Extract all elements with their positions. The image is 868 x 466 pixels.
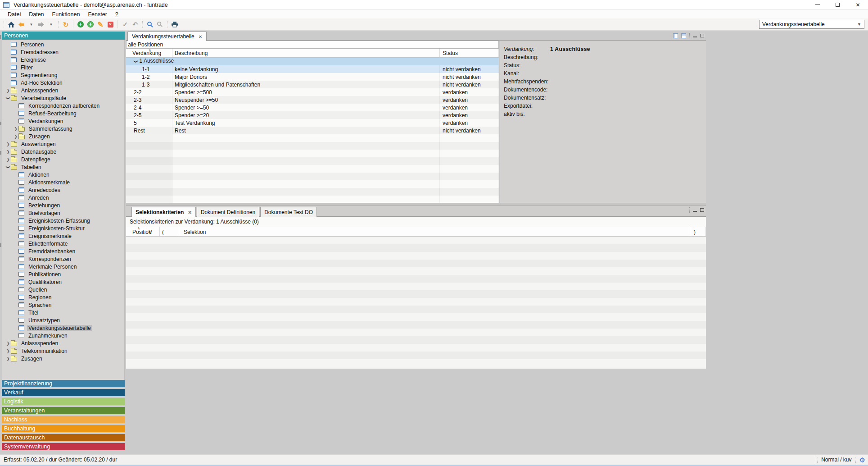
panel-maximize-icon[interactable] bbox=[700, 34, 704, 37]
tree-item-verarbeitungsl-ufe[interactable]: ❯Verarbeitungsläufe bbox=[2, 94, 124, 102]
tree-item-telekommunikation[interactable]: ❯Telekommunikation bbox=[2, 347, 124, 355]
tree-item-personen[interactable]: Personen bbox=[2, 41, 124, 48]
tree-item-anredecodes[interactable]: Anredecodes bbox=[2, 186, 124, 194]
tab-close-icon[interactable]: ✕ bbox=[188, 210, 191, 215]
tree-item-zusagen[interactable]: ❯Zusagen bbox=[2, 355, 124, 362]
panel-minimize-icon[interactable] bbox=[693, 34, 697, 37]
table-row-1-3[interactable]: 1-3Mitgliedschaften und Patenschaftennic… bbox=[126, 81, 499, 88]
search-icon[interactable] bbox=[145, 19, 154, 29]
tree-item-filter[interactable]: Filter bbox=[2, 64, 124, 71]
module-bar-veranstaltungen[interactable]: Veranstaltungen bbox=[2, 407, 125, 414]
tree-item-refus-bearbeitung[interactable]: Refusé-Bearbeitung bbox=[2, 110, 124, 117]
context-selector-dropdown[interactable]: Verdankungssteuertabelle ▼ bbox=[759, 20, 864, 29]
tree-item-ereigniskosten-struktur[interactable]: Ereigniskosten-Struktur bbox=[2, 224, 124, 232]
panel-minimize-icon[interactable] bbox=[693, 208, 697, 212]
panel-grip[interactable] bbox=[0, 35, 1, 39]
module-bar-datenaustausch[interactable]: Datenaustausch bbox=[2, 434, 125, 441]
column-header-v[interactable]: V bbox=[146, 227, 160, 236]
module-bar-verkauf[interactable]: Verkauf bbox=[2, 389, 125, 396]
tree-item-anlassspenden[interactable]: ❯Anlassspenden bbox=[2, 339, 124, 347]
panel-grip[interactable] bbox=[0, 151, 1, 155]
table-row-5[interactable]: 5Test Verdankungverdanken bbox=[126, 119, 499, 127]
tree-item-zunahmekurven[interactable]: Zunahmekurven bbox=[2, 332, 124, 339]
tree-item-datenpflege[interactable]: ❯Datenpflege bbox=[2, 155, 124, 163]
tree-item-merkmale-personen[interactable]: Merkmale Personen bbox=[2, 263, 124, 270]
tree-item-korrespondenzen[interactable]: Korrespondenzen bbox=[2, 255, 124, 263]
chevron-collapsed-icon[interactable]: ❯ bbox=[5, 341, 11, 346]
chevron-collapsed-icon[interactable]: ❯ bbox=[13, 134, 18, 139]
module-bar-projektfinanzierung[interactable]: Projektfinanzierung bbox=[2, 380, 125, 387]
column-header-col-4[interactable]: ) bbox=[690, 227, 706, 236]
tree-item-ereignisse[interactable]: Ereignisse bbox=[2, 56, 124, 64]
gear-icon[interactable]: ⚙ bbox=[859, 457, 865, 463]
maximize-button[interactable] bbox=[827, 0, 848, 9]
forward-caret-icon[interactable]: ▼ bbox=[46, 19, 55, 29]
tab-dokument-definitionen[interactable]: Dokument Definitionen bbox=[197, 207, 259, 217]
tree-item-tabellen[interactable]: ❯Tabellen bbox=[2, 163, 124, 171]
edit-icon[interactable]: ✎ bbox=[96, 19, 105, 29]
tree-item-umsatztypen[interactable]: Umsatztypen bbox=[2, 316, 124, 324]
split-panel-icon[interactable] bbox=[681, 33, 686, 38]
chevron-expanded-icon[interactable]: ❯ bbox=[6, 164, 10, 170]
tree-item-ereigniskosten-erfassung[interactable]: Ereigniskosten-Erfassung bbox=[2, 217, 124, 224]
chevron-collapsed-icon[interactable]: ❯ bbox=[5, 356, 11, 361]
menu-item-datei[interactable]: Datei bbox=[4, 10, 25, 18]
print-icon[interactable] bbox=[170, 19, 179, 29]
chevron-collapsed-icon[interactable]: ❯ bbox=[5, 142, 11, 146]
menu-item-fenster[interactable]: Fenster bbox=[84, 10, 111, 18]
tree-item-aktionsmerkmale[interactable]: Aktionsmerkmale bbox=[2, 178, 124, 186]
filter-label[interactable]: alle Positionen bbox=[126, 41, 499, 49]
tree-item-aktionen[interactable]: Aktionen bbox=[2, 171, 124, 178]
tree-item-regionen[interactable]: Regionen bbox=[2, 293, 124, 301]
table-row-2-2[interactable]: 2-2Spender >=500verdanken bbox=[126, 88, 499, 96]
table-row-rest[interactable]: RestRestnicht verdanken bbox=[126, 127, 499, 134]
confirm-icon[interactable]: ✓ bbox=[121, 19, 130, 29]
menu-item-daten[interactable]: Daten bbox=[25, 10, 48, 18]
tree-item-anlassspenden[interactable]: ❯Anlassspenden bbox=[2, 87, 124, 94]
menu-item-funktionen[interactable]: Funktionen bbox=[48, 10, 84, 18]
column-header-status[interactable]: Status bbox=[440, 49, 499, 57]
table-row-2-4[interactable]: 2-4Spender >=50verdanken bbox=[126, 104, 499, 111]
panel-maximize-icon[interactable] bbox=[700, 208, 704, 212]
tree-item-datenausgabe[interactable]: ❯Datenausgabe bbox=[2, 148, 124, 155]
table-row-1-1[interactable]: 1-1keine Verdankungnicht verdanken bbox=[126, 65, 499, 73]
tree-item-fremdadressen[interactable]: Fremdadressen bbox=[2, 48, 124, 56]
menu-item-[interactable]: ? bbox=[111, 10, 122, 18]
tree-item-briefvorlagen[interactable]: Briefvorlagen bbox=[2, 209, 124, 217]
chevron-collapsed-icon[interactable]: ❯ bbox=[5, 150, 11, 154]
back-icon[interactable] bbox=[17, 19, 26, 29]
tree-item-verdankungen[interactable]: Verdankungen bbox=[2, 117, 124, 125]
tab-selektionskriterien[interactable]: Selektionskriterien✕ bbox=[131, 207, 196, 217]
chevron-collapsed-icon[interactable]: ❯ bbox=[5, 349, 11, 353]
table-group-row-1-ausschl-sse[interactable]: ❯1 Ausschlüsse bbox=[126, 58, 499, 65]
tree-item-zusagen[interactable]: ❯Zusagen bbox=[2, 132, 124, 140]
undo-icon[interactable]: ↶ bbox=[131, 19, 140, 29]
table-row-2-3[interactable]: 2-3Neuspender >=50verdanken bbox=[126, 96, 499, 104]
tree-item-fremddatenbanken[interactable]: Fremddatenbanken bbox=[2, 247, 124, 255]
chevron-expanded-icon[interactable]: ❯ bbox=[6, 96, 10, 101]
add-special-icon[interactable]: + bbox=[86, 19, 95, 29]
chevron-collapsed-icon[interactable]: ❯ bbox=[5, 88, 11, 93]
module-bar-nachlass[interactable]: Nachlass bbox=[2, 416, 125, 423]
group-expand-icon[interactable]: ❯ bbox=[131, 60, 138, 64]
home-icon[interactable] bbox=[7, 19, 16, 29]
tree-item-qualifikatoren[interactable]: Qualifikatoren bbox=[2, 278, 124, 286]
tree-item-ereignismerkmale[interactable]: Ereignismerkmale bbox=[2, 232, 124, 240]
module-bar-systemverwaltung[interactable]: Systemverwaltung bbox=[2, 443, 125, 450]
tree-item-sprachen[interactable]: Sprachen bbox=[2, 301, 124, 309]
tree-item-sammelerfassung[interactable]: ❯Sammelerfassung bbox=[2, 125, 124, 132]
sidebar-header-personen[interactable]: Personen bbox=[2, 32, 125, 40]
back-caret-icon[interactable]: ▼ bbox=[27, 19, 36, 29]
tree-item-quellen[interactable]: Quellen bbox=[2, 286, 124, 293]
tree-item-segmentierung[interactable]: Segmentierung bbox=[2, 71, 124, 79]
search-secondary-icon[interactable] bbox=[155, 19, 164, 29]
tree-item-anreden[interactable]: Anreden bbox=[2, 194, 124, 201]
chevron-collapsed-icon[interactable]: ❯ bbox=[13, 127, 18, 131]
table-row-1-2[interactable]: 1-2Major Donorsnicht verdanken bbox=[126, 73, 499, 81]
module-bar-buchhaltung[interactable]: Buchhaltung bbox=[2, 425, 125, 432]
column-header-col-2[interactable]: ( bbox=[160, 227, 179, 236]
tab-dokumente-test-do[interactable]: Dokumente Test DO bbox=[260, 207, 317, 217]
tab-verdankungssteuertabelle[interactable]: Verdankungssteuertabelle ✕ bbox=[127, 32, 207, 41]
add-icon[interactable]: + bbox=[76, 19, 85, 29]
forward-icon[interactable] bbox=[36, 19, 45, 29]
